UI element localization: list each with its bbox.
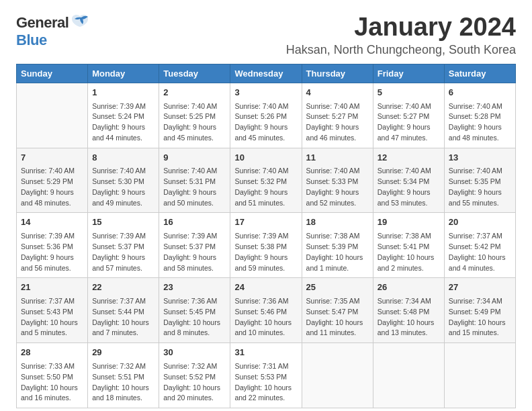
day-info: Sunrise: 7:36 AMSunset: 5:46 PMDaylight:…	[234, 296, 297, 338]
title-block: January 2024 Haksan, North Chungcheong, …	[286, 13, 516, 57]
calendar-week-row: 21Sunrise: 7:37 AMSunset: 5:43 PMDayligh…	[17, 278, 516, 343]
day-number: 24	[234, 281, 297, 294]
weekday-header: Sunday	[17, 64, 88, 83]
day-number: 11	[306, 152, 369, 165]
day-number: 5	[378, 87, 440, 99]
calendar-day-cell: 12Sunrise: 7:40 AMSunset: 5:34 PMDayligh…	[373, 148, 444, 213]
day-number: 27	[449, 281, 511, 294]
calendar-day-cell: 10Sunrise: 7:40 AMSunset: 5:32 PMDayligh…	[230, 148, 302, 213]
day-number: 15	[92, 216, 154, 229]
empty-cell	[373, 343, 444, 408]
day-info: Sunrise: 7:34 AMSunset: 5:48 PMDaylight:…	[378, 296, 440, 338]
day-number: 29	[92, 347, 154, 359]
day-number: 19	[378, 216, 440, 229]
day-info: Sunrise: 7:38 AMSunset: 5:41 PMDaylight:…	[378, 231, 440, 273]
calendar-day-cell: 14Sunrise: 7:39 AMSunset: 5:36 PMDayligh…	[17, 213, 88, 278]
day-info: Sunrise: 7:36 AMSunset: 5:45 PMDaylight:…	[163, 296, 226, 338]
day-info: Sunrise: 7:39 AMSunset: 5:24 PMDaylight:…	[92, 101, 154, 144]
location-title: Haksan, North Chungcheong, South Korea	[286, 43, 516, 57]
calendar-day-cell: 7Sunrise: 7:40 AMSunset: 5:29 PMDaylight…	[17, 148, 88, 213]
calendar-week-row: 14Sunrise: 7:39 AMSunset: 5:36 PMDayligh…	[17, 213, 516, 278]
day-info: Sunrise: 7:40 AMSunset: 5:27 PMDaylight:…	[306, 101, 369, 144]
day-number: 4	[306, 87, 369, 99]
calendar-day-cell: 22Sunrise: 7:37 AMSunset: 5:44 PMDayligh…	[88, 278, 159, 343]
day-number: 13	[449, 152, 511, 165]
day-number: 12	[378, 152, 440, 165]
calendar-day-cell: 6Sunrise: 7:40 AMSunset: 5:28 PMDaylight…	[444, 83, 515, 148]
day-info: Sunrise: 7:40 AMSunset: 5:31 PMDaylight:…	[163, 166, 226, 208]
calendar-day-cell: 20Sunrise: 7:37 AMSunset: 5:42 PMDayligh…	[444, 213, 515, 278]
day-number: 16	[163, 216, 226, 229]
calendar-day-cell: 19Sunrise: 7:38 AMSunset: 5:41 PMDayligh…	[373, 213, 444, 278]
calendar-day-cell: 8Sunrise: 7:40 AMSunset: 5:30 PMDaylight…	[88, 148, 159, 213]
calendar-day-cell: 29Sunrise: 7:32 AMSunset: 5:51 PMDayligh…	[88, 343, 159, 408]
calendar-day-cell: 25Sunrise: 7:35 AMSunset: 5:47 PMDayligh…	[302, 278, 373, 343]
day-number: 1	[92, 87, 154, 99]
day-number: 31	[234, 347, 297, 359]
calendar-table: SundayMondayTuesdayWednesdayThursdayFrid…	[16, 64, 516, 408]
day-info: Sunrise: 7:40 AMSunset: 5:33 PMDaylight:…	[306, 166, 369, 208]
day-number: 10	[234, 152, 297, 165]
day-info: Sunrise: 7:39 AMSunset: 5:38 PMDaylight:…	[234, 231, 297, 273]
calendar-day-cell: 3Sunrise: 7:40 AMSunset: 5:26 PMDaylight…	[230, 83, 302, 148]
day-info: Sunrise: 7:35 AMSunset: 5:47 PMDaylight:…	[306, 296, 369, 338]
day-info: Sunrise: 7:40 AMSunset: 5:27 PMDaylight:…	[378, 101, 440, 144]
calendar-day-cell: 18Sunrise: 7:38 AMSunset: 5:39 PMDayligh…	[302, 213, 373, 278]
day-number: 3	[234, 87, 297, 99]
logo-bird-icon	[71, 13, 89, 32]
day-number: 18	[306, 216, 369, 229]
day-number: 23	[163, 281, 226, 294]
day-number: 8	[92, 152, 154, 165]
day-number: 26	[378, 281, 440, 294]
calendar-day-cell: 21Sunrise: 7:37 AMSunset: 5:43 PMDayligh…	[17, 278, 88, 343]
calendar-day-cell: 23Sunrise: 7:36 AMSunset: 5:45 PMDayligh…	[159, 278, 230, 343]
calendar-day-cell: 15Sunrise: 7:39 AMSunset: 5:37 PMDayligh…	[88, 213, 159, 278]
day-info: Sunrise: 7:32 AMSunset: 5:52 PMDaylight:…	[163, 361, 226, 404]
day-info: Sunrise: 7:40 AMSunset: 5:25 PMDaylight:…	[163, 101, 226, 144]
day-number: 7	[21, 152, 83, 165]
weekday-header: Monday	[88, 64, 159, 83]
day-info: Sunrise: 7:40 AMSunset: 5:32 PMDaylight:…	[234, 166, 297, 208]
calendar-day-cell: 9Sunrise: 7:40 AMSunset: 5:31 PMDaylight…	[159, 148, 230, 213]
calendar-day-cell: 30Sunrise: 7:32 AMSunset: 5:52 PMDayligh…	[159, 343, 230, 408]
calendar-day-cell: 27Sunrise: 7:34 AMSunset: 5:49 PMDayligh…	[444, 278, 515, 343]
day-info: Sunrise: 7:40 AMSunset: 5:26 PMDaylight:…	[234, 101, 297, 144]
calendar-day-cell: 31Sunrise: 7:31 AMSunset: 5:53 PMDayligh…	[230, 343, 302, 408]
logo: General Blue	[16, 13, 89, 48]
calendar-day-cell: 2Sunrise: 7:40 AMSunset: 5:25 PMDaylight…	[159, 83, 230, 148]
weekday-header: Wednesday	[230, 64, 302, 83]
logo-general-text: General	[16, 15, 69, 31]
day-number: 14	[21, 216, 83, 229]
day-info: Sunrise: 7:33 AMSunset: 5:50 PMDaylight:…	[21, 361, 83, 404]
day-info: Sunrise: 7:32 AMSunset: 5:51 PMDaylight:…	[92, 361, 154, 404]
day-number: 20	[449, 216, 511, 229]
day-number: 21	[21, 281, 83, 294]
calendar-day-cell: 26Sunrise: 7:34 AMSunset: 5:48 PMDayligh…	[373, 278, 444, 343]
calendar-day-cell: 5Sunrise: 7:40 AMSunset: 5:27 PMDaylight…	[373, 83, 444, 148]
calendar-day-cell: 17Sunrise: 7:39 AMSunset: 5:38 PMDayligh…	[230, 213, 302, 278]
day-info: Sunrise: 7:34 AMSunset: 5:49 PMDaylight:…	[449, 296, 511, 338]
calendar-body: 1Sunrise: 7:39 AMSunset: 5:24 PMDaylight…	[17, 83, 516, 408]
weekday-header: Thursday	[302, 64, 373, 83]
calendar-week-row: 28Sunrise: 7:33 AMSunset: 5:50 PMDayligh…	[17, 343, 516, 408]
day-info: Sunrise: 7:37 AMSunset: 5:44 PMDaylight:…	[92, 296, 154, 338]
day-info: Sunrise: 7:31 AMSunset: 5:53 PMDaylight:…	[234, 361, 297, 404]
empty-cell	[444, 343, 515, 408]
day-number: 30	[163, 347, 226, 359]
page-header: General Blue January 2024 Haksan, North …	[16, 13, 516, 57]
calendar-day-cell: 4Sunrise: 7:40 AMSunset: 5:27 PMDaylight…	[302, 83, 373, 148]
day-info: Sunrise: 7:37 AMSunset: 5:42 PMDaylight:…	[449, 231, 511, 273]
day-number: 6	[449, 87, 511, 99]
weekday-header: Saturday	[444, 64, 515, 83]
calendar-day-cell: 1Sunrise: 7:39 AMSunset: 5:24 PMDaylight…	[88, 83, 159, 148]
day-info: Sunrise: 7:40 AMSunset: 5:30 PMDaylight:…	[92, 166, 154, 208]
day-info: Sunrise: 7:39 AMSunset: 5:37 PMDaylight:…	[163, 231, 226, 273]
day-info: Sunrise: 7:40 AMSunset: 5:34 PMDaylight:…	[378, 166, 440, 208]
empty-cell	[302, 343, 373, 408]
day-number: 2	[163, 87, 226, 99]
empty-cell	[17, 83, 88, 148]
day-info: Sunrise: 7:40 AMSunset: 5:29 PMDaylight:…	[21, 166, 83, 208]
calendar-header: SundayMondayTuesdayWednesdayThursdayFrid…	[17, 64, 516, 83]
calendar-day-cell: 24Sunrise: 7:36 AMSunset: 5:46 PMDayligh…	[230, 278, 302, 343]
day-info: Sunrise: 7:39 AMSunset: 5:37 PMDaylight:…	[92, 231, 154, 273]
